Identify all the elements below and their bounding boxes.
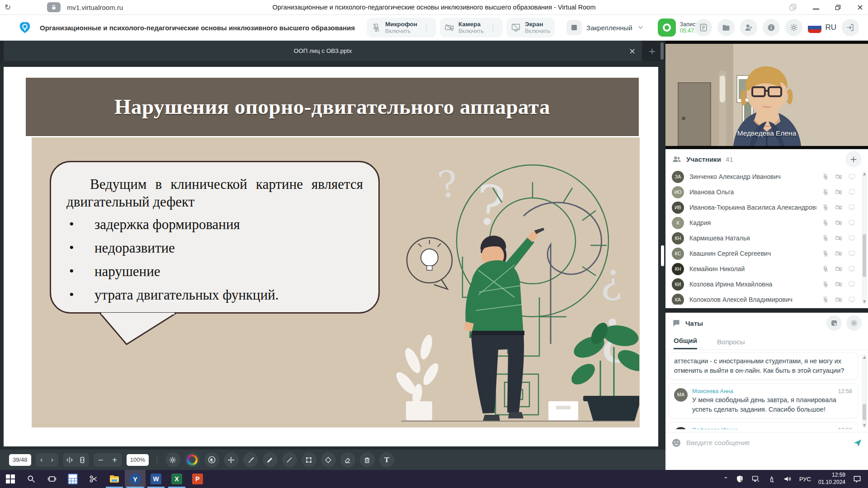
participant-row[interactable]: КА Колоколов Алексей Владимирович bbox=[665, 292, 860, 305]
participant-camera-off-icon[interactable] bbox=[835, 281, 842, 288]
presentation-tab[interactable]: ООП лиц с ОВЗ.pptx × bbox=[4, 41, 642, 61]
participants-list[interactable]: ЗА Зинченко Александр Иванович ИО Иванов… bbox=[665, 169, 860, 305]
participant-row[interactable]: ИВ Иванова-Тюрькина Василиса Александров… bbox=[665, 200, 860, 215]
file-explorer-button[interactable] bbox=[104, 470, 125, 488]
screenshare-toggle-button[interactable]: Экран Включить bbox=[506, 18, 555, 38]
pen-tool-button[interactable] bbox=[263, 452, 278, 467]
participant-screen-icon[interactable] bbox=[848, 250, 855, 257]
color-picker-button[interactable] bbox=[185, 452, 200, 467]
minimize-button[interactable] bbox=[813, 9, 819, 9]
select-frame-tool-button[interactable] bbox=[302, 452, 316, 467]
address-url[interactable]: mv1.virtualroom.ru bbox=[67, 4, 123, 11]
participant-row[interactable]: КН Кемайкин Николай bbox=[665, 261, 860, 277]
notes-button[interactable] bbox=[695, 19, 712, 36]
popout-chat-button[interactable] bbox=[826, 315, 842, 331]
yandex-browser-button[interactable]: Y bbox=[125, 470, 146, 488]
notification-center-icon[interactable] bbox=[853, 474, 862, 483]
fit-page-button[interactable] bbox=[78, 456, 86, 464]
scroll-up-icon[interactable]: ▲ bbox=[863, 172, 866, 176]
excel-button[interactable]: X bbox=[166, 470, 187, 488]
participant-camera-off-icon[interactable] bbox=[835, 204, 842, 211]
participant-mic-off-icon[interactable] bbox=[822, 281, 829, 288]
tray-expand-icon[interactable]: ⌃ bbox=[723, 476, 728, 483]
participant-mic-off-icon[interactable] bbox=[822, 265, 829, 272]
participant-camera-off-icon[interactable] bbox=[835, 219, 842, 226]
participant-row[interactable]: КН Кармишева Наталья bbox=[665, 230, 860, 246]
participant-row[interactable]: КИ Козлова Ирина Михайловна bbox=[665, 277, 860, 292]
zoom-level[interactable]: 100% bbox=[127, 454, 149, 466]
participants-scrollbar[interactable]: ▲ ▼ bbox=[862, 171, 867, 305]
participant-mic-off-icon[interactable] bbox=[822, 296, 829, 303]
eraser-tool-button[interactable] bbox=[340, 452, 355, 467]
input-language[interactable]: РУС bbox=[799, 476, 811, 483]
participant-camera-off-icon[interactable] bbox=[835, 173, 842, 180]
participant-screen-icon[interactable] bbox=[848, 265, 855, 272]
add-participant-button[interactable]: + bbox=[845, 151, 862, 167]
taskbar-search-button[interactable] bbox=[21, 470, 42, 488]
tabbar-scroll-thumb[interactable] bbox=[660, 42, 664, 60]
mic-toggle-button[interactable]: Микрофон Включить ⋮ bbox=[367, 18, 436, 38]
chat-scrollbar[interactable]: ▲ ▼ bbox=[862, 354, 867, 428]
emoji-icon[interactable] bbox=[671, 437, 682, 448]
scroll-down-icon[interactable]: ▼ bbox=[863, 423, 866, 427]
participant-camera-off-icon[interactable] bbox=[835, 235, 842, 242]
invite-button[interactable] bbox=[740, 19, 757, 36]
calculator-button[interactable] bbox=[62, 470, 83, 488]
participant-camera-off-icon[interactable] bbox=[835, 296, 842, 303]
prev-slide-button[interactable]: ‹ bbox=[38, 456, 45, 464]
annotation-settings-button[interactable] bbox=[165, 452, 180, 467]
language-switch[interactable]: RU bbox=[808, 22, 836, 33]
brush-tool-button[interactable] bbox=[243, 452, 258, 467]
close-presentation-icon[interactable]: × bbox=[629, 41, 636, 61]
participant-row[interactable]: ЗА Зинченко Александр Иванович bbox=[665, 169, 860, 184]
clear-all-button[interactable] bbox=[360, 452, 375, 467]
files-button[interactable] bbox=[717, 19, 735, 36]
participant-screen-icon[interactable] bbox=[848, 235, 855, 242]
reload-icon[interactable]: ↻ bbox=[0, 3, 15, 12]
task-view-button[interactable] bbox=[42, 470, 62, 488]
participant-mic-off-icon[interactable] bbox=[822, 235, 829, 242]
record-icon[interactable] bbox=[658, 19, 676, 37]
participant-row[interactable]: ИО Иванова Ольга bbox=[665, 184, 860, 200]
participant-row[interactable]: К Кадрия bbox=[665, 215, 860, 230]
participant-mic-off-icon[interactable] bbox=[822, 188, 829, 196]
slide-scroll-thumb[interactable] bbox=[661, 245, 664, 266]
lock-icon[interactable] bbox=[47, 2, 61, 12]
participant-mic-off-icon[interactable] bbox=[822, 219, 829, 226]
participant-mic-off-icon[interactable] bbox=[822, 250, 829, 257]
tab-general[interactable]: Общий bbox=[674, 337, 697, 349]
scroll-down-icon[interactable]: ▼ bbox=[863, 300, 866, 304]
speaker-video-tile[interactable]: Медведева Елена bbox=[665, 41, 868, 149]
tab-questions[interactable]: Вопросы bbox=[717, 338, 745, 349]
laser-pointer-button[interactable] bbox=[204, 452, 219, 467]
word-button[interactable]: W bbox=[146, 470, 166, 488]
participant-screen-icon[interactable] bbox=[848, 204, 855, 211]
info-button[interactable] bbox=[763, 19, 780, 36]
camera-options-kebab[interactable]: ⋮ bbox=[488, 23, 498, 32]
snipping-tool-button[interactable] bbox=[83, 470, 104, 488]
powerpoint-button[interactable]: P bbox=[187, 470, 208, 488]
participant-screen-icon[interactable] bbox=[848, 219, 855, 226]
add-to-collection-icon[interactable] bbox=[788, 3, 797, 12]
zoom-in-button[interactable]: + bbox=[110, 456, 119, 464]
message-author[interactable]: Моисеева Анна bbox=[692, 387, 733, 395]
move-tool-button[interactable] bbox=[224, 452, 239, 467]
clock[interactable]: 12:59 01.10.2024 bbox=[818, 472, 845, 486]
zoom-out-button[interactable]: − bbox=[96, 456, 106, 464]
participant-camera-off-icon[interactable] bbox=[835, 265, 842, 272]
chat-scroll-thumb[interactable] bbox=[863, 404, 866, 420]
scroll-up-icon[interactable]: ▲ bbox=[863, 355, 866, 359]
network-icon[interactable] bbox=[751, 474, 760, 483]
participant-camera-off-icon[interactable] bbox=[835, 188, 842, 196]
restore-button[interactable] bbox=[835, 4, 841, 11]
participant-screen-icon[interactable] bbox=[848, 188, 855, 196]
security-shield-icon[interactable] bbox=[736, 475, 744, 483]
page-indicator[interactable]: 39/48 bbox=[9, 454, 31, 466]
add-presentation-icon[interactable]: + bbox=[648, 41, 656, 61]
close-window-button[interactable]: × bbox=[857, 3, 863, 11]
participant-mic-off-icon[interactable] bbox=[822, 173, 829, 180]
fit-width-button[interactable] bbox=[66, 456, 74, 464]
chat-input[interactable] bbox=[686, 439, 848, 446]
mic-options-kebab[interactable]: ⋮ bbox=[421, 23, 432, 32]
text-tool-button[interactable]: T bbox=[379, 452, 394, 467]
